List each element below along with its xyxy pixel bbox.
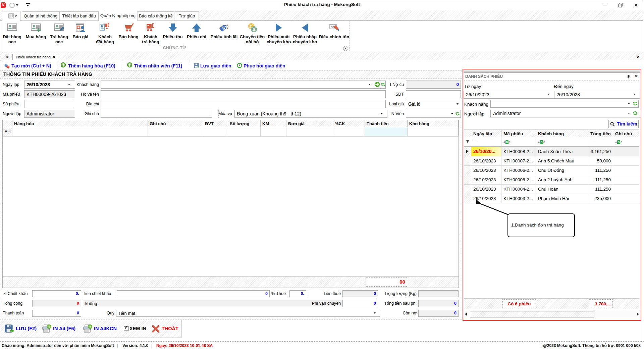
- svg-text:?: ?: [48, 325, 50, 329]
- svg-text:$: $: [253, 27, 255, 32]
- svg-text:?: ?: [89, 325, 91, 329]
